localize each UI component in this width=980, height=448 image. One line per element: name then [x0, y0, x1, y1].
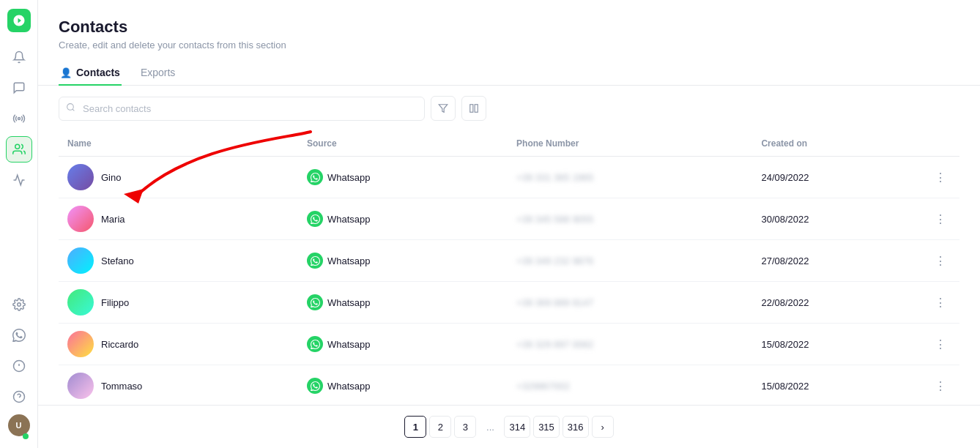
contacts-tab-icon: 👤 — [60, 67, 72, 78]
page-button-315[interactable]: 315 — [533, 416, 560, 438]
contact-phone: +39 349 232 9876 — [516, 255, 593, 266]
tabs-nav: 👤 Contacts Exports — [38, 51, 980, 86]
more-options-button[interactable]: ⋮ — [930, 292, 951, 313]
whatsapp-source-icon — [307, 294, 323, 310]
contact-actions-cell: ⋮ — [921, 282, 959, 324]
contact-phone-cell: +39 369 889 8147 — [508, 282, 752, 324]
contacts-table-wrap: Name Source Phone Number Created on Gino — [38, 131, 980, 405]
contact-source-cell: Whatsapp — [298, 365, 508, 406]
contact-name-cell: Gino — [59, 157, 298, 198]
contact-source-label: Whatsapp — [327, 297, 371, 308]
sidebar-item-alert[interactable] — [6, 353, 32, 379]
contact-name: Filippo — [101, 297, 129, 308]
svg-point-1 — [15, 144, 19, 149]
svg-point-2 — [17, 303, 21, 307]
page-button-2[interactable]: 2 — [429, 416, 451, 438]
table-row: Maria Whatsapp +39 345 588 9055 30/08/20… — [59, 198, 959, 240]
contact-created-cell: 15/08/2022 — [752, 365, 921, 406]
search-input[interactable] — [59, 97, 425, 121]
contact-name-cell: Riccardo — [59, 324, 298, 365]
sidebar-item-settings[interactable] — [6, 291, 32, 318]
sidebar-item-help[interactable] — [6, 384, 32, 410]
contact-avatar — [67, 206, 94, 232]
columns-button[interactable] — [461, 96, 486, 121]
pagination-ellipsis: ... — [479, 416, 501, 438]
contact-actions-cell: ⋮ — [921, 157, 959, 198]
app-logo — [7, 9, 31, 32]
pagination: 123...314315316› — [38, 405, 980, 448]
table-row: Gino Whatsapp +39 331 365 1965 24/09/202… — [59, 157, 959, 198]
page-header: Contacts Create, edit and delete your co… — [38, 0, 980, 51]
page-button-314[interactable]: 314 — [504, 416, 530, 438]
contact-name: Gino — [101, 172, 121, 183]
col-phone: Phone Number — [508, 131, 752, 157]
svg-point-9 — [67, 104, 74, 111]
contact-avatar — [67, 331, 94, 357]
search-icon — [66, 102, 75, 114]
contact-created-cell: 15/08/2022 — [752, 324, 921, 365]
page-main: Contacts Create, edit and delete your co… — [38, 0, 980, 448]
avatar-container: U — [8, 414, 30, 439]
pagination-next-button[interactable]: › — [592, 416, 614, 438]
contact-source-label: Whatsapp — [327, 214, 371, 225]
sidebar-item-whatsapp[interactable] — [6, 322, 32, 348]
svg-rect-12 — [470, 105, 473, 113]
more-options-button[interactable]: ⋮ — [930, 334, 951, 354]
page-button-1[interactable]: 1 — [404, 416, 426, 438]
contact-actions-cell: ⋮ — [921, 240, 959, 282]
sidebar: U — [0, 0, 38, 448]
contact-phone: +39 331 365 1965 — [516, 172, 593, 183]
contact-phone-cell: +39 331 365 1965 — [508, 157, 752, 198]
page-subtitle: Create, edit and delete your contacts fr… — [59, 40, 959, 51]
table-row: Riccardo Whatsapp +39 329 897 0082 15/08… — [59, 324, 959, 365]
svg-rect-13 — [475, 105, 478, 113]
contact-source-cell: Whatsapp — [298, 324, 508, 365]
svg-point-0 — [18, 118, 20, 120]
more-options-button[interactable]: ⋮ — [930, 209, 951, 229]
contact-phone-cell: +39 349 232 9876 — [508, 240, 752, 282]
tab-contacts[interactable]: 👤 Contacts — [59, 61, 122, 86]
contact-actions-cell: ⋮ — [921, 365, 959, 406]
contact-name: Stefano — [101, 255, 134, 266]
contact-source-label: Whatsapp — [327, 381, 371, 392]
whatsapp-source-icon — [307, 253, 323, 269]
contact-name-cell: Tommaso — [59, 365, 298, 406]
sidebar-item-chat[interactable] — [6, 75, 32, 101]
filter-button[interactable] — [431, 96, 456, 121]
contact-created-cell: 22/08/2022 — [752, 282, 921, 324]
table-row: Stefano Whatsapp +39 349 232 9876 27/08/… — [59, 240, 959, 282]
contact-phone-cell: +329867002 — [508, 365, 752, 406]
contact-avatar — [67, 373, 94, 399]
contact-phone: +39 345 588 9055 — [516, 214, 593, 225]
table-row: Filippo Whatsapp +39 369 889 8147 22/08/… — [59, 282, 959, 324]
contact-source-cell: Whatsapp — [298, 240, 508, 282]
whatsapp-source-icon — [307, 211, 323, 227]
sidebar-item-broadcast[interactable] — [6, 105, 32, 132]
contacts-table: Name Source Phone Number Created on Gino — [59, 131, 959, 405]
contact-name-cell: Filippo — [59, 282, 298, 324]
whatsapp-source-icon — [307, 336, 323, 352]
sidebar-item-contacts[interactable] — [6, 136, 32, 163]
more-options-button[interactable]: ⋮ — [930, 376, 951, 396]
contact-created-cell: 27/08/2022 — [752, 240, 921, 282]
contact-phone: +39 329 897 0082 — [516, 339, 593, 350]
page-button-3[interactable]: 3 — [454, 416, 476, 438]
page-button-316[interactable]: 316 — [563, 416, 589, 438]
contact-source-label: Whatsapp — [327, 255, 371, 266]
tab-exports[interactable]: Exports — [139, 61, 177, 86]
sidebar-item-notifications[interactable] — [6, 44, 32, 70]
more-options-button[interactable]: ⋮ — [930, 250, 951, 271]
svg-line-10 — [73, 109, 74, 111]
contact-source-cell: Whatsapp — [298, 198, 508, 240]
contact-avatar — [67, 247, 94, 274]
contact-avatar — [67, 164, 94, 190]
col-source: Source — [298, 131, 508, 157]
contact-phone-cell: +39 345 588 9055 — [508, 198, 752, 240]
sidebar-item-analytics[interactable] — [6, 167, 32, 193]
contact-avatar — [67, 289, 94, 316]
whatsapp-source-icon — [307, 169, 323, 185]
contact-source-cell: Whatsapp — [298, 282, 508, 324]
online-indicator — [23, 433, 29, 439]
more-options-button[interactable]: ⋮ — [930, 167, 951, 187]
svg-marker-11 — [439, 105, 448, 113]
